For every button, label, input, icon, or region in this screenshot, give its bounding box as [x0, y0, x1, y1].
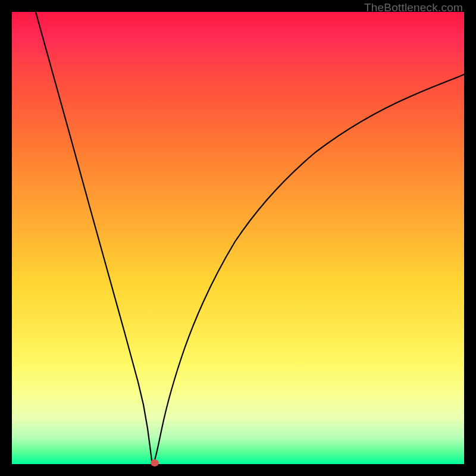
bottleneck-curve	[12, 12, 464, 464]
watermark-text: TheBottleneck.com	[364, 1, 463, 14]
curve-right-branch	[154, 74, 464, 464]
chart-frame: TheBottleneck.com	[0, 0, 476, 476]
minimum-marker	[151, 459, 159, 466]
curve-left-branch	[36, 12, 154, 464]
